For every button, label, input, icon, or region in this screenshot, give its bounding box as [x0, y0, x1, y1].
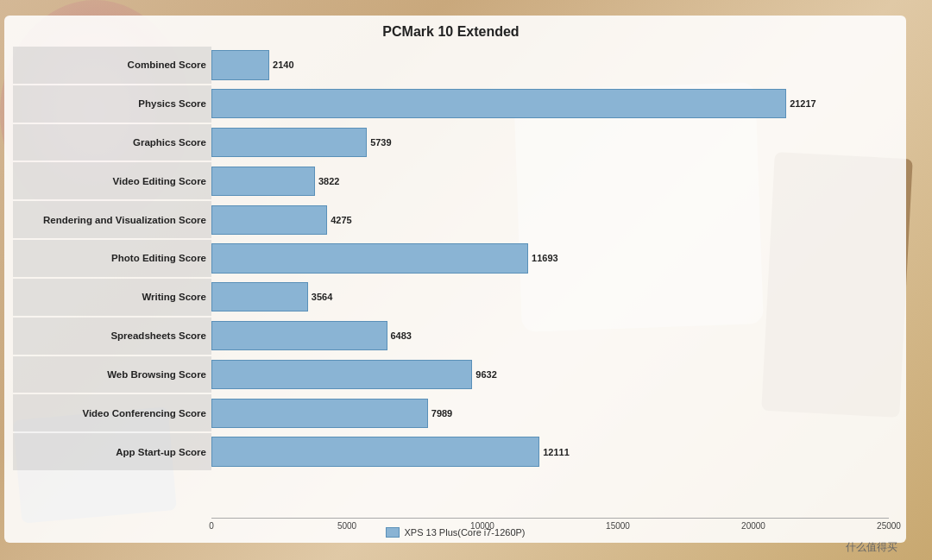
table-row: Combined Score2140: [13, 47, 889, 84]
x-tick: 25000: [877, 521, 901, 531]
bar-fill: [211, 167, 315, 196]
bar-track: 6483: [211, 318, 889, 355]
bar-label: Combined Score: [13, 47, 211, 84]
bar-value: 4275: [331, 215, 351, 225]
table-row: Web Browsing Score9632: [13, 356, 889, 393]
table-row: Rendering and Visualization Score4275: [13, 201, 889, 238]
x-tick: 20000: [741, 521, 765, 531]
x-tick: 5000: [337, 521, 356, 531]
table-row: Writing Score3564: [13, 279, 889, 316]
chart-area: Combined Score2140Physics Score21217Grap…: [13, 47, 889, 470]
table-row: Spreadsheets Score6483: [13, 318, 889, 355]
table-row: Video Editing Score3822: [13, 162, 889, 199]
chart-title: PCMark 10 Extended: [13, 24, 889, 40]
bar-track: 7989: [211, 394, 889, 431]
bar-value: 7989: [431, 408, 452, 418]
bar-value: 12111: [543, 447, 570, 457]
table-row: Graphics Score5739: [13, 124, 889, 161]
x-tick: 15000: [606, 521, 630, 531]
bar-fill: [211, 205, 327, 235]
bar-value: 9632: [475, 369, 496, 380]
bar-value: 21217: [790, 98, 816, 109]
table-row: Photo Editing Score11693: [13, 240, 889, 277]
bar-fill: [211, 437, 539, 466]
bar-label: Photo Editing Score: [13, 240, 211, 277]
bar-track: 3564: [211, 279, 889, 316]
bar-value: 3822: [318, 176, 339, 186]
bar-label: Video Conferencing Score: [13, 394, 211, 431]
watermark: 什么值得买: [846, 540, 897, 555]
bar-track: 4275: [211, 201, 889, 238]
bar-value: 11693: [532, 253, 558, 263]
bar-fill: [211, 321, 387, 350]
table-row: Physics Score21217: [13, 85, 889, 123]
bar-label: Video Editing Score: [13, 162, 211, 199]
bar-track: 3822: [211, 162, 889, 199]
bar-value: 6483: [390, 330, 411, 341]
bar-track: 5739: [211, 124, 889, 161]
bar-fill: [211, 128, 367, 157]
legend-label: XPS 13 Plus(Core i7-1260P): [404, 527, 525, 538]
bar-label: Spreadsheets Score: [13, 318, 211, 355]
bar-track: 12111: [211, 433, 889, 470]
bar-fill: [211, 50, 269, 79]
table-row: App Start-up Score12111: [13, 433, 889, 470]
x-axis: 0500010000150002000025000: [211, 518, 889, 519]
bar-track: 9632: [211, 356, 889, 393]
bar-label: App Start-up Score: [13, 433, 211, 470]
bar-fill: [211, 89, 786, 118]
bar-fill: [211, 399, 428, 428]
bar-label: Web Browsing Score: [13, 356, 211, 393]
bar-fill: [211, 282, 308, 311]
bar-track: 2140: [211, 47, 889, 84]
bar-value: 2140: [273, 60, 293, 70]
bar-value: 3564: [312, 292, 332, 302]
legend-color-box: [385, 527, 399, 538]
chart-container: PCMark 10 Extended Combined Score2140Phy…: [4, 16, 906, 543]
bar-fill: [211, 243, 528, 273]
table-row: Video Conferencing Score7989: [13, 394, 889, 431]
bar-fill: [211, 360, 472, 389]
chart-legend: XPS 13 Plus(Core i7-1260P): [385, 527, 525, 538]
bar-label: Rendering and Visualization Score: [13, 201, 211, 238]
bar-track: 11693: [211, 240, 889, 277]
bar-value: 5739: [370, 137, 391, 148]
x-tick: 0: [209, 521, 214, 531]
bar-label: Writing Score: [13, 279, 211, 316]
bar-label: Graphics Score: [13, 124, 211, 161]
bar-label: Physics Score: [13, 85, 211, 123]
bar-track: 21217: [211, 85, 889, 123]
